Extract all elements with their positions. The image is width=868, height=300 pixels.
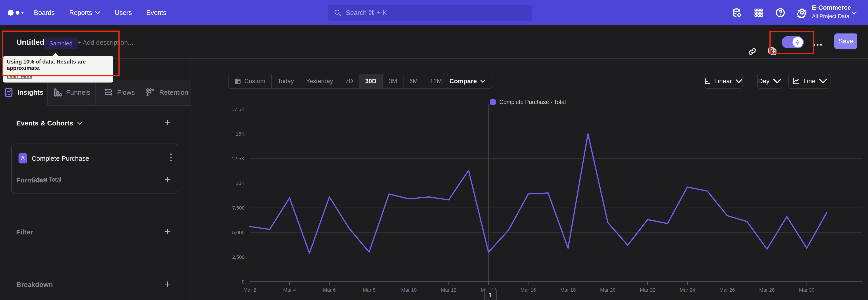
x-tick-label: Mar 22 xyxy=(640,287,655,293)
x-tick-label: Mar 24 xyxy=(680,287,695,293)
y-tick-label: 7,500 xyxy=(232,205,245,211)
y-tick-label: 5,000 xyxy=(232,230,245,235)
app-screen: BoardsReportsUsersEvents Search ⌘ + K E-… xyxy=(0,0,868,300)
x-tick-label: Mar 30 xyxy=(799,287,814,293)
line-chart[interactable]: 02,5005,0007,50010K12.5K15K17.5KMar 2Mar… xyxy=(0,0,868,300)
x-tick-label: Mar 18 xyxy=(560,287,576,293)
y-tick-label: 17.5K xyxy=(232,107,245,112)
x-tick-label: Mar 10 xyxy=(401,287,416,293)
y-tick-label: 12.5K xyxy=(232,156,245,161)
x-tick-label: Mar 4 xyxy=(283,287,296,293)
annotation-box-title xyxy=(2,31,120,77)
x-tick-label: Mar 16 xyxy=(521,287,536,293)
series-complete-purchase-total xyxy=(250,134,827,253)
y-tick-label: 15K xyxy=(236,131,245,137)
x-tick-label: Mar 26 xyxy=(719,287,735,293)
y-tick-label: 10K xyxy=(236,180,245,186)
y-tick-label: 0 xyxy=(242,279,245,284)
x-tick-label: Mar 20 xyxy=(600,287,616,293)
x-tick-label: Mar 8 xyxy=(363,287,375,293)
x-tick-label: Mar 28 xyxy=(759,287,775,293)
x-tick-label: Mar 2 xyxy=(243,287,256,293)
annotation-box-toggle xyxy=(770,31,814,54)
x-tick-label: Mar 6 xyxy=(323,287,336,293)
pagination-page-1[interactable]: 1 xyxy=(484,289,497,300)
x-tick-label: Mar 12 xyxy=(441,287,456,293)
y-tick-label: 2,500 xyxy=(232,254,245,260)
